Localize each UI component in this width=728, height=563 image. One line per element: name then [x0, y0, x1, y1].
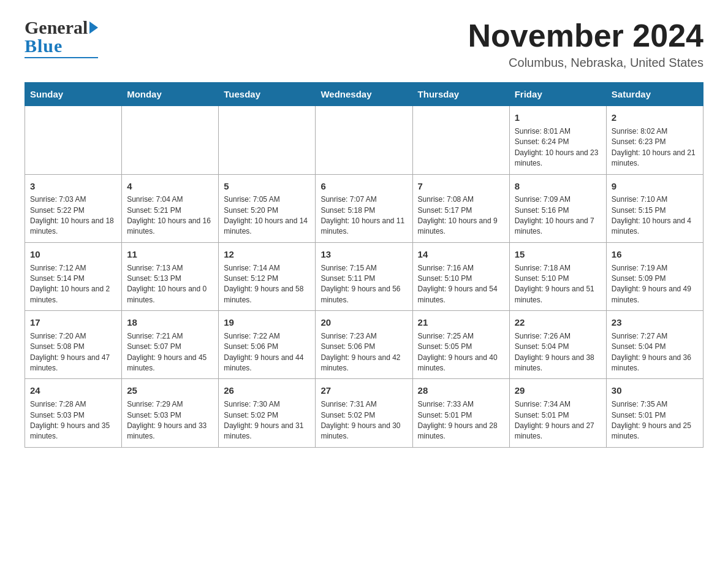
day-number: 27	[320, 384, 407, 397]
day-info: Sunrise: 7:21 AM Sunset: 5:07 PM Dayligh…	[127, 331, 213, 374]
day-number: 1	[515, 111, 601, 124]
week-row-5: 24Sunrise: 7:28 AM Sunset: 5:03 PM Dayli…	[25, 379, 703, 447]
day-number: 7	[418, 180, 504, 193]
weekday-header-wednesday: Wednesday	[316, 83, 412, 106]
day-info: Sunrise: 7:10 AM Sunset: 5:15 PM Dayligh…	[612, 194, 698, 237]
calendar-cell: 3Sunrise: 7:03 AM Sunset: 5:22 PM Daylig…	[25, 174, 122, 242]
day-info: Sunrise: 7:30 AM Sunset: 5:02 PM Dayligh…	[224, 399, 310, 442]
day-info: Sunrise: 7:14 AM Sunset: 5:12 PM Dayligh…	[224, 263, 310, 306]
day-info: Sunrise: 7:20 AM Sunset: 5:08 PM Dayligh…	[30, 331, 116, 374]
day-info: Sunrise: 7:35 AM Sunset: 5:01 PM Dayligh…	[612, 399, 698, 442]
weekday-header-row: SundayMondayTuesdayWednesdayThursdayFrid…	[25, 83, 703, 106]
day-info: Sunrise: 7:12 AM Sunset: 5:14 PM Dayligh…	[30, 263, 116, 306]
calendar-cell: 15Sunrise: 7:18 AM Sunset: 5:10 PM Dayli…	[509, 242, 606, 310]
day-number: 9	[612, 180, 698, 193]
calendar-cell: 12Sunrise: 7:14 AM Sunset: 5:12 PM Dayli…	[219, 242, 316, 310]
calendar-cell: 6Sunrise: 7:07 AM Sunset: 5:18 PM Daylig…	[316, 174, 412, 242]
calendar-cell	[316, 106, 412, 174]
day-info: Sunrise: 7:03 AM Sunset: 5:22 PM Dayligh…	[30, 194, 116, 237]
day-info: Sunrise: 7:07 AM Sunset: 5:18 PM Dayligh…	[320, 194, 407, 237]
calendar-cell: 23Sunrise: 7:27 AM Sunset: 5:04 PM Dayli…	[606, 311, 703, 379]
calendar-cell: 7Sunrise: 7:08 AM Sunset: 5:17 PM Daylig…	[412, 174, 509, 242]
day-info: Sunrise: 7:27 AM Sunset: 5:04 PM Dayligh…	[612, 331, 698, 374]
logo: General Blue	[25, 18, 98, 58]
calendar-cell: 17Sunrise: 7:20 AM Sunset: 5:08 PM Dayli…	[25, 311, 122, 379]
calendar-cell: 11Sunrise: 7:13 AM Sunset: 5:13 PM Dayli…	[122, 242, 219, 310]
day-number: 8	[515, 180, 601, 193]
calendar-cell: 9Sunrise: 7:10 AM Sunset: 5:15 PM Daylig…	[606, 174, 703, 242]
day-number: 2	[612, 111, 698, 124]
day-number: 28	[418, 384, 504, 397]
logo-underline	[25, 57, 98, 58]
logo-blue-text: Blue	[25, 36, 63, 56]
day-info: Sunrise: 7:16 AM Sunset: 5:10 PM Dayligh…	[418, 263, 504, 306]
calendar-cell: 2Sunrise: 8:02 AM Sunset: 6:23 PM Daylig…	[606, 106, 703, 174]
calendar-cell: 13Sunrise: 7:15 AM Sunset: 5:11 PM Dayli…	[316, 242, 412, 310]
day-info: Sunrise: 8:02 AM Sunset: 6:23 PM Dayligh…	[612, 126, 698, 169]
calendar-cell: 22Sunrise: 7:26 AM Sunset: 5:04 PM Dayli…	[509, 311, 606, 379]
calendar-cell: 5Sunrise: 7:05 AM Sunset: 5:20 PM Daylig…	[219, 174, 316, 242]
calendar-cell: 19Sunrise: 7:22 AM Sunset: 5:06 PM Dayli…	[219, 311, 316, 379]
day-info: Sunrise: 7:18 AM Sunset: 5:10 PM Dayligh…	[515, 263, 601, 306]
week-row-2: 3Sunrise: 7:03 AM Sunset: 5:22 PM Daylig…	[25, 174, 703, 242]
week-row-4: 17Sunrise: 7:20 AM Sunset: 5:08 PM Dayli…	[25, 311, 703, 379]
day-info: Sunrise: 7:33 AM Sunset: 5:01 PM Dayligh…	[418, 399, 504, 442]
weekday-header-thursday: Thursday	[412, 83, 509, 106]
month-title: November 2024	[468, 18, 703, 53]
calendar-cell: 4Sunrise: 7:04 AM Sunset: 5:21 PM Daylig…	[122, 174, 219, 242]
day-number: 12	[224, 248, 310, 261]
day-info: Sunrise: 7:22 AM Sunset: 5:06 PM Dayligh…	[224, 331, 310, 374]
day-info: Sunrise: 7:28 AM Sunset: 5:03 PM Dayligh…	[30, 399, 116, 442]
calendar-table: SundayMondayTuesdayWednesdayThursdayFrid…	[25, 82, 703, 448]
day-number: 30	[612, 384, 698, 397]
day-number: 18	[127, 316, 213, 329]
day-info: Sunrise: 7:25 AM Sunset: 5:05 PM Dayligh…	[418, 331, 504, 374]
day-info: Sunrise: 7:09 AM Sunset: 5:16 PM Dayligh…	[515, 194, 601, 237]
calendar-cell: 10Sunrise: 7:12 AM Sunset: 5:14 PM Dayli…	[25, 242, 122, 310]
day-number: 11	[127, 248, 213, 261]
day-info: Sunrise: 7:15 AM Sunset: 5:11 PM Dayligh…	[320, 263, 407, 306]
day-info: Sunrise: 7:31 AM Sunset: 5:02 PM Dayligh…	[320, 399, 407, 442]
day-number: 4	[127, 180, 213, 193]
day-number: 20	[320, 316, 407, 329]
calendar-cell: 16Sunrise: 7:19 AM Sunset: 5:09 PM Dayli…	[606, 242, 703, 310]
day-info: Sunrise: 7:34 AM Sunset: 5:01 PM Dayligh…	[515, 399, 601, 442]
day-info: Sunrise: 7:08 AM Sunset: 5:17 PM Dayligh…	[418, 194, 504, 237]
day-number: 24	[30, 384, 116, 397]
calendar-cell: 26Sunrise: 7:30 AM Sunset: 5:02 PM Dayli…	[219, 379, 316, 447]
calendar-cell: 14Sunrise: 7:16 AM Sunset: 5:10 PM Dayli…	[412, 242, 509, 310]
calendar-cell: 28Sunrise: 7:33 AM Sunset: 5:01 PM Dayli…	[412, 379, 509, 447]
day-number: 21	[418, 316, 504, 329]
day-number: 5	[224, 180, 310, 193]
title-area: November 2024 Columbus, Nebraska, United…	[468, 18, 703, 70]
day-info: Sunrise: 7:13 AM Sunset: 5:13 PM Dayligh…	[127, 263, 213, 306]
day-number: 29	[515, 384, 601, 397]
calendar-cell	[219, 106, 316, 174]
calendar-cell: 29Sunrise: 7:34 AM Sunset: 5:01 PM Dayli…	[509, 379, 606, 447]
day-number: 17	[30, 316, 116, 329]
day-info: Sunrise: 7:19 AM Sunset: 5:09 PM Dayligh…	[612, 263, 698, 306]
page-header: General Blue November 2024 Columbus, Neb…	[25, 18, 703, 70]
day-info: Sunrise: 8:01 AM Sunset: 6:24 PM Dayligh…	[515, 126, 601, 169]
calendar-cell: 27Sunrise: 7:31 AM Sunset: 5:02 PM Dayli…	[316, 379, 412, 447]
calendar-cell	[122, 106, 219, 174]
day-number: 22	[515, 316, 601, 329]
day-number: 23	[612, 316, 698, 329]
calendar-cell: 25Sunrise: 7:29 AM Sunset: 5:03 PM Dayli…	[122, 379, 219, 447]
day-info: Sunrise: 7:26 AM Sunset: 5:04 PM Dayligh…	[515, 331, 601, 374]
calendar-cell: 21Sunrise: 7:25 AM Sunset: 5:05 PM Dayli…	[412, 311, 509, 379]
day-info: Sunrise: 7:04 AM Sunset: 5:21 PM Dayligh…	[127, 194, 213, 237]
calendar-cell	[412, 106, 509, 174]
logo-general-text: General	[25, 18, 88, 37]
day-number: 14	[418, 248, 504, 261]
calendar-cell: 8Sunrise: 7:09 AM Sunset: 5:16 PM Daylig…	[509, 174, 606, 242]
weekday-header-tuesday: Tuesday	[219, 83, 316, 106]
day-info: Sunrise: 7:29 AM Sunset: 5:03 PM Dayligh…	[127, 399, 213, 442]
week-row-3: 10Sunrise: 7:12 AM Sunset: 5:14 PM Dayli…	[25, 242, 703, 310]
weekday-header-sunday: Sunday	[25, 83, 122, 106]
location-subtitle: Columbus, Nebraska, United States	[468, 56, 703, 70]
day-number: 13	[320, 248, 407, 261]
logo-triangle-icon	[89, 21, 98, 34]
day-info: Sunrise: 7:23 AM Sunset: 5:06 PM Dayligh…	[320, 331, 407, 374]
calendar-cell: 30Sunrise: 7:35 AM Sunset: 5:01 PM Dayli…	[606, 379, 703, 447]
